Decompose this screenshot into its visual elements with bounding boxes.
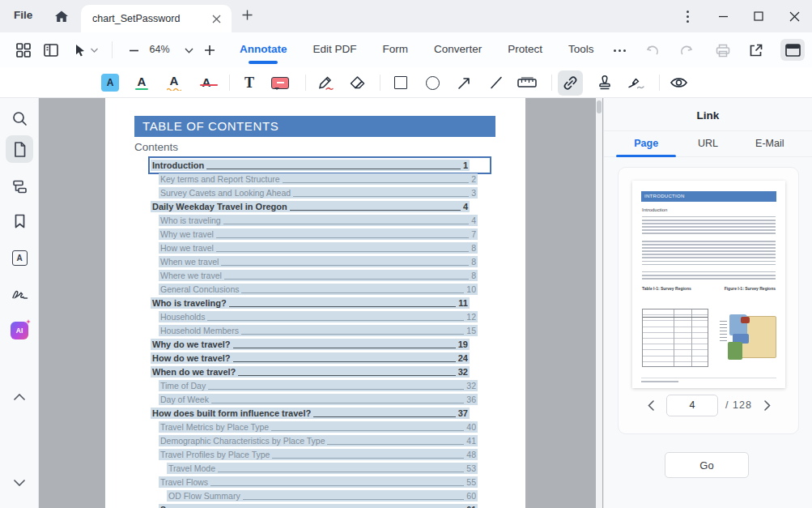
print-button[interactable] (712, 40, 733, 61)
toc-entry-page: 11 (458, 298, 470, 308)
tab-form[interactable]: Form (383, 32, 409, 67)
stamp-tool-button[interactable] (595, 73, 614, 92)
document-tab[interactable]: chart_SetPassword (81, 5, 232, 32)
toc-entry[interactable]: Travel Flows55 (105, 476, 525, 488)
page-thumbnail-preview[interactable]: INTRODUCTION Introduction Table I-1: Sur… (632, 181, 785, 388)
page-thumbnails-button[interactable] (6, 135, 33, 163)
measure-tool-button[interactable] (517, 73, 537, 92)
next-page-button[interactable] (759, 397, 776, 413)
add-text-tool-button[interactable]: T (240, 73, 259, 92)
tab-edit-pdf[interactable]: Edit PDF (313, 32, 357, 67)
toc-entry[interactable]: Demographic Characteristics by Place Typ… (105, 435, 525, 446)
signature-panel-button[interactable] (6, 280, 33, 308)
link-tab-page[interactable]: Page (615, 131, 677, 156)
toc-entry[interactable]: General Conclusions10 (105, 284, 525, 295)
redo-button[interactable] (675, 40, 696, 61)
link-tool-button[interactable] (560, 73, 580, 92)
line-tool-button[interactable] (487, 73, 506, 92)
strikethrough-tool-button[interactable]: A (197, 73, 216, 92)
squiggly-tool-button[interactable]: A (164, 73, 184, 92)
link-annotation-selection[interactable] (148, 156, 491, 174)
minimize-button[interactable] (705, 0, 741, 32)
app-menu-button[interactable] (670, 0, 705, 32)
previous-page-button[interactable] (6, 383, 33, 411)
next-page-button[interactable] (6, 469, 33, 497)
signature-tool-button[interactable] (626, 73, 645, 92)
outline-panel-button[interactable] (6, 173, 33, 200)
toc-entry[interactable]: Travel Mode53 (105, 463, 525, 474)
toc-entry[interactable]: How does built form influence travel?37 (105, 408, 525, 419)
vertical-scrollbar[interactable] (596, 98, 602, 508)
search-panel-button[interactable] (6, 105, 33, 132)
zoom-level[interactable]: 64% (142, 32, 176, 67)
annotations-panel-button[interactable]: A (6, 244, 33, 271)
toc-entry[interactable]: Summary61 (105, 504, 525, 508)
toc-entry[interactable]: Why do we travel?19 (105, 339, 525, 350)
go-button[interactable]: Go (665, 452, 749, 478)
maximize-button[interactable] (741, 0, 776, 32)
bookmarks-panel-button[interactable] (6, 207, 33, 235)
scrollbar-thumb[interactable] (597, 100, 602, 113)
toc-entry[interactable]: Where we travel8 (105, 270, 525, 281)
link-tab-url[interactable]: URL (677, 131, 738, 156)
highlight-tool-button[interactable]: A (100, 73, 120, 92)
toc-entry[interactable]: Day of Week36 (105, 394, 525, 405)
toc-entry[interactable]: Daily Weekday Travel in Oregon4 (105, 201, 525, 212)
toc-entry[interactable]: OD Flow Summary60 (105, 490, 525, 502)
link-panel-tabs: PageURLE-Mail (604, 131, 812, 157)
eraser-tool-button[interactable] (347, 73, 367, 92)
toc-entry[interactable]: Introduction1 (105, 160, 525, 171)
toc-entry[interactable]: Time of Day32 (105, 380, 525, 391)
link-tab-e-mail[interactable]: E-Mail (739, 131, 801, 156)
toc-entry-label: Survey Cavets and Looking Ahead (159, 188, 291, 198)
toc-entry[interactable]: How do we travel?24 (105, 352, 525, 364)
show-hide-tool-button[interactable] (669, 73, 688, 92)
toc-entry[interactable]: Who is traveling4 (105, 215, 525, 226)
more-tools-button[interactable] (609, 40, 630, 61)
toc-entry[interactable]: Household Members15 (105, 325, 525, 336)
zoom-dropdown[interactable] (178, 40, 199, 61)
share-button[interactable] (745, 40, 766, 61)
zoom-out-button[interactable] (123, 40, 144, 61)
zoom-in-button[interactable] (199, 40, 220, 61)
ellipse-tool-button[interactable] (423, 73, 442, 92)
target-page-input[interactable] (666, 395, 718, 416)
close-window-button[interactable] (776, 0, 812, 32)
toc-entry[interactable]: Survey Cavets and Looking Ahead3 (105, 187, 525, 199)
tab-converter[interactable]: Converter (434, 32, 482, 67)
tab-close-button[interactable] (209, 11, 223, 26)
panel-layout-button[interactable] (40, 40, 62, 61)
rectangle-tool-button[interactable] (391, 73, 410, 92)
comment-tool-button[interactable] (270, 73, 290, 92)
toc-entry[interactable]: Who is traveling?11 (105, 297, 525, 309)
prev-page-button[interactable] (643, 397, 659, 413)
toc-entry[interactable]: How we travel8 (105, 242, 525, 254)
tab-tools[interactable]: Tools (568, 32, 594, 67)
toc-entry[interactable]: Key terms and Report Structure2 (105, 173, 525, 185)
toc-entry[interactable]: When do we travel?32 (105, 366, 525, 378)
toc-entry[interactable]: Why we travel7 (105, 228, 525, 240)
title-bar: File chart_SetPassword (0, 0, 812, 32)
file-menu[interactable]: File (14, 9, 32, 21)
new-tab-button[interactable] (241, 9, 256, 23)
reading-mode-button[interactable] (780, 39, 805, 61)
ai-assistant-button[interactable]: AI (6, 317, 33, 344)
select-tool-dropdown[interactable] (87, 40, 100, 61)
undo-button[interactable] (643, 40, 664, 61)
toc-entry[interactable]: Households12 (105, 311, 525, 322)
pencil-tool-button[interactable] (316, 73, 335, 92)
toc-entry-page: 32 (466, 381, 478, 391)
toc-entry[interactable]: When we travel8 (105, 256, 525, 267)
arrow-tool-button[interactable] (454, 73, 474, 92)
tab-annotate[interactable]: Annotate (240, 32, 287, 67)
maximize-icon (754, 11, 763, 21)
bookmark-icon (13, 213, 27, 229)
home-button[interactable] (52, 7, 71, 27)
tab-protect[interactable]: Protect (508, 32, 542, 67)
toc-entry[interactable]: Travel Metrics by Place Type40 (105, 421, 525, 433)
toolbar-divider (305, 75, 306, 91)
toc-leader-line (327, 438, 464, 445)
thumbnail-view-button[interactable] (13, 40, 34, 61)
underline-tool-button[interactable]: A (132, 73, 151, 92)
toc-entry[interactable]: Travel Profiles by Place Type48 (105, 449, 525, 460)
